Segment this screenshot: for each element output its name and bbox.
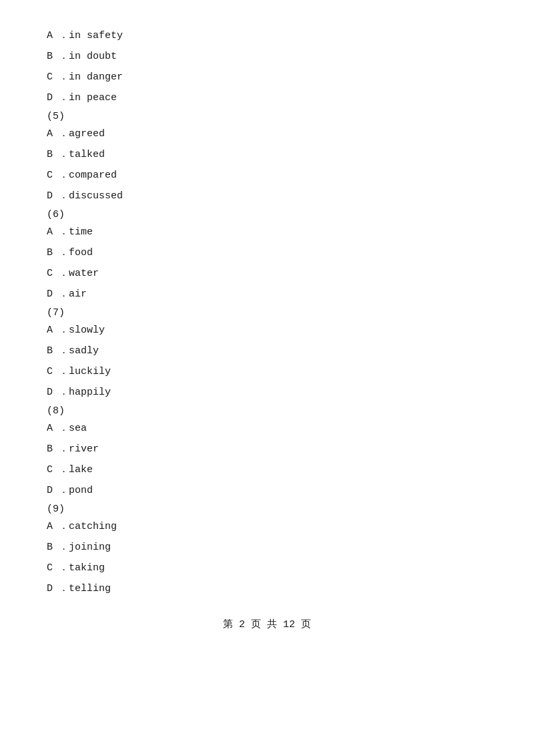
footer-text: 第 2 页 共 12 页 [223, 619, 311, 630]
option-3-1: B ．sadly [47, 342, 487, 360]
option-1-2: C ．compared [47, 166, 487, 184]
option-2-2: C ．water [47, 264, 487, 282]
page-footer: 第 2 页 共 12 页 [47, 618, 487, 630]
option-0-2: C ．in danger [47, 68, 487, 86]
question-group-1: (5)A ．agreedB ．talkedC ．comparedD ．discu… [47, 111, 487, 205]
question-group-5: (9)A ．catchingB ．joiningC ．takingD ．tell… [47, 504, 487, 598]
question-number-3: (7) [47, 307, 487, 319]
option-2-0: A ．time [47, 223, 487, 241]
question-number-2: (6) [47, 209, 487, 220]
option-0-3: D ．in peace [47, 89, 487, 107]
option-0-0: A ．in safety [47, 27, 487, 45]
question-number-1: (5) [47, 111, 487, 122]
option-3-2: C ．luckily [47, 363, 487, 381]
option-2-3: D ．air [47, 285, 487, 303]
option-4-2: C ．lake [47, 461, 487, 479]
option-0-1: B ．in doubt [47, 47, 487, 65]
question-group-2: (6)A ．timeB ．foodC ．waterD ．air [47, 209, 487, 303]
option-5-3: D ．telling [47, 580, 487, 598]
option-1-0: A ．agreed [47, 125, 487, 143]
option-3-0: A ．slowly [47, 321, 487, 339]
question-group-0: A ．in safetyB ．in doubtC ．in dangerD ．in… [47, 27, 487, 107]
option-4-1: B ．river [47, 440, 487, 458]
option-4-3: D ．pond [47, 482, 487, 500]
question-number-5: (9) [47, 504, 487, 515]
question-group-3: (7)A ．slowlyB ．sadlyC ．luckilyD ．happily [47, 307, 487, 401]
option-4-0: A ．sea [47, 419, 487, 437]
option-5-0: A ．catching [47, 518, 487, 536]
option-1-3: D ．discussed [47, 187, 487, 205]
option-5-1: B ．joining [47, 538, 487, 556]
question-group-4: (8)A ．seaB ．riverC ．lakeD ．pond [47, 405, 487, 500]
option-1-1: B ．talked [47, 146, 487, 164]
question-number-4: (8) [47, 405, 487, 417]
main-content: A ．in safetyB ．in doubtC ．in dangerD ．in… [47, 27, 487, 598]
option-5-2: C ．taking [47, 559, 487, 577]
option-3-3: D ．happily [47, 383, 487, 401]
option-2-1: B ．food [47, 244, 487, 262]
